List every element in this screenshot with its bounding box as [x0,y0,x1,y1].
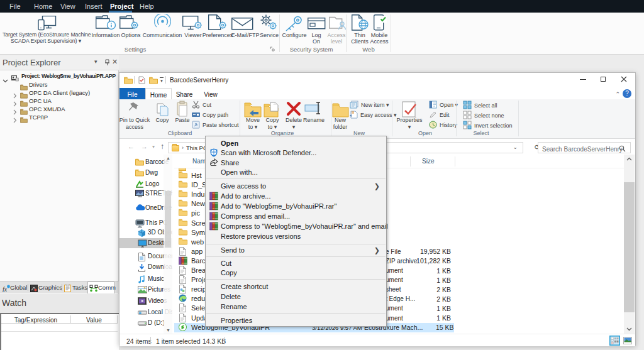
svg-text:fx: fx [3,286,8,293]
